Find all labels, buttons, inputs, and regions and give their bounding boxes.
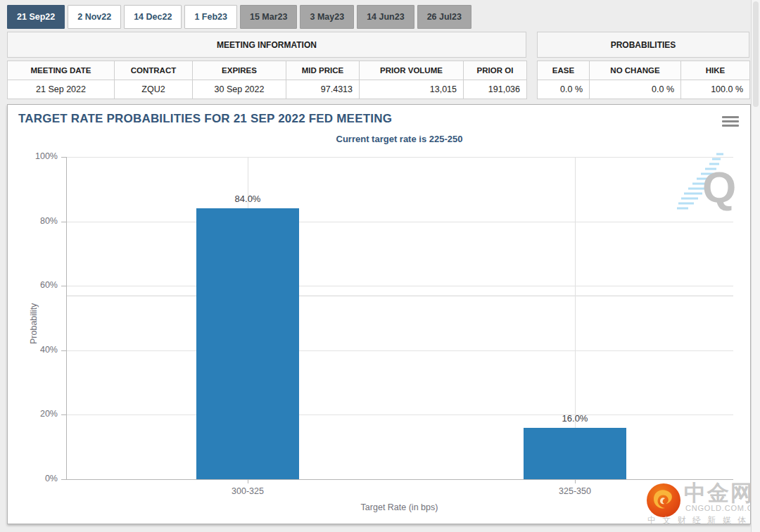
y-tick-label: 100% bbox=[35, 151, 58, 161]
scrollbar-thumb[interactable] bbox=[753, 1, 759, 107]
column-header-expires: EXPIRES bbox=[193, 61, 286, 80]
meeting-header-row: MEETING DATE CONTRACT EXPIRES MID PRICE … bbox=[8, 61, 527, 80]
cngold-tagline: 中 文 财 经 新 媒 体 bbox=[647, 514, 748, 526]
tab-1-feb23[interactable]: 1 Feb23 bbox=[184, 5, 237, 29]
column-header-mid-price: MID PRICE bbox=[286, 61, 360, 80]
gridline-horizontal bbox=[67, 414, 733, 415]
tab-2-nov22[interactable]: 2 Nov22 bbox=[68, 5, 121, 29]
probabilities-header-row: EASE NO CHANGE HIKE bbox=[538, 61, 750, 80]
cngold-logo: 中金网 CNGOLD.COM.CN 中 文 财 经 新 媒 体 bbox=[646, 481, 760, 528]
cell-meeting-date: 21 Sep 2022 bbox=[8, 80, 115, 99]
y-tick-label: 60% bbox=[40, 280, 58, 290]
cell-hike: 100.0 % bbox=[681, 80, 750, 99]
y-axis-title: Probability bbox=[29, 303, 39, 344]
x-category-label: 300-325 bbox=[196, 486, 299, 496]
meeting-information-table: MEETING DATE CONTRACT EXPIRES MID PRICE … bbox=[7, 61, 527, 99]
x-axis-tick bbox=[575, 479, 576, 483]
tab-21-sep22[interactable]: 21 Sep22 bbox=[7, 5, 65, 29]
probabilities-data-row: 0.0 % 0.0 % 100.0 % bbox=[538, 80, 750, 99]
x-category-label: 325-350 bbox=[524, 486, 626, 496]
plot-area: 0%20%40%60%80%100%84.0%300-32516.0%325-3… bbox=[66, 157, 733, 480]
cell-mid-price: 97.4313 bbox=[286, 80, 360, 99]
cell-prior-volume: 13,015 bbox=[360, 80, 464, 99]
probabilities-table: EASE NO CHANGE HIKE 0.0 % 0.0 % 100.0 % bbox=[537, 61, 750, 99]
tab-14-jun23[interactable]: 14 Jun23 bbox=[357, 5, 414, 29]
y-tick-label: 20% bbox=[40, 409, 58, 419]
gridline-horizontal bbox=[67, 157, 733, 158]
hamburger-icon[interactable] bbox=[722, 116, 739, 129]
svg-text:Q: Q bbox=[702, 163, 736, 211]
tab-26-jul23[interactable]: 26 Jul23 bbox=[417, 5, 471, 29]
y-axis-tick bbox=[61, 157, 66, 158]
meeting-information-title: MEETING INFORMATION bbox=[7, 32, 526, 58]
column-header-contract: CONTRACT bbox=[115, 61, 193, 80]
y-axis-tick bbox=[61, 350, 66, 351]
meeting-information-panel: MEETING INFORMATION MEETING DATE CONTRAC… bbox=[7, 32, 526, 99]
bar-325-350[interactable] bbox=[524, 428, 626, 479]
cngold-domain: CNGOLD.COM.CN bbox=[685, 504, 759, 512]
quikstrike-q-watermark-icon: Q bbox=[676, 150, 740, 222]
gridline-horizontal bbox=[67, 350, 733, 351]
x-axis-title: Target Rate (in bps) bbox=[66, 502, 733, 512]
target-rate-chart-panel: TARGET RATE PROBABILITIES FOR 21 SEP 202… bbox=[7, 104, 751, 524]
column-header-meeting-date: MEETING DATE bbox=[8, 61, 115, 80]
bar-value-label: 84.0% bbox=[196, 194, 299, 204]
vertical-scrollbar[interactable] bbox=[751, 0, 760, 532]
probabilities-panel: PROBABILITIES EASE NO CHANGE HIKE 0.0 % … bbox=[537, 32, 749, 99]
y-tick-label: 0% bbox=[45, 474, 58, 483]
column-header-no-change: NO CHANGE bbox=[590, 61, 681, 80]
chart-title: TARGET RATE PROBABILITIES FOR 21 SEP 202… bbox=[18, 112, 392, 126]
tab-3-may23[interactable]: 3 May23 bbox=[300, 5, 354, 29]
column-header-ease: EASE bbox=[538, 61, 590, 80]
tab-15-mar23[interactable]: 15 Mar23 bbox=[240, 5, 298, 29]
column-header-hike: HIKE bbox=[681, 61, 750, 80]
x-axis-tick bbox=[248, 479, 248, 483]
cell-no-change: 0.0 % bbox=[590, 80, 681, 99]
tab-14-dec22[interactable]: 14 Dec22 bbox=[124, 5, 182, 29]
y-axis-tick bbox=[61, 414, 66, 415]
meeting-data-row: 21 Sep 2022 ZQU2 30 Sep 2022 97.4313 13,… bbox=[8, 80, 527, 99]
probabilities-title: PROBABILITIES bbox=[537, 32, 749, 58]
cell-prior-oi: 191,036 bbox=[464, 80, 527, 99]
y-axis-tick bbox=[61, 222, 66, 222]
bar-300-325[interactable] bbox=[196, 208, 299, 479]
column-header-prior-volume: PRIOR VOLUME bbox=[360, 61, 464, 80]
meeting-date-tabs: 21 Sep22 2 Nov22 14 Dec22 1 Feb23 15 Mar… bbox=[7, 5, 471, 29]
fedwatch-page: 21 Sep22 2 Nov22 14 Dec22 1 Feb23 15 Mar… bbox=[0, 0, 760, 532]
y-tick-label: 40% bbox=[40, 345, 58, 355]
cell-expires: 30 Sep 2022 bbox=[193, 80, 286, 99]
gridline-horizontal bbox=[67, 286, 733, 286]
cell-contract: ZQU2 bbox=[115, 80, 193, 99]
y-axis-tick bbox=[61, 479, 66, 480]
cell-ease: 0.0 % bbox=[538, 80, 590, 99]
column-header-prior-oi: PRIOR OI bbox=[464, 61, 527, 80]
bar-value-label: 16.0% bbox=[524, 413, 626, 424]
y-axis-tick bbox=[61, 286, 66, 286]
chart-subtitle: Current target rate is 225-250 bbox=[66, 134, 733, 144]
y-tick-label: 80% bbox=[40, 216, 58, 226]
gridline-horizontal bbox=[67, 222, 733, 222]
gridline-horizontal-faint bbox=[67, 296, 733, 296]
